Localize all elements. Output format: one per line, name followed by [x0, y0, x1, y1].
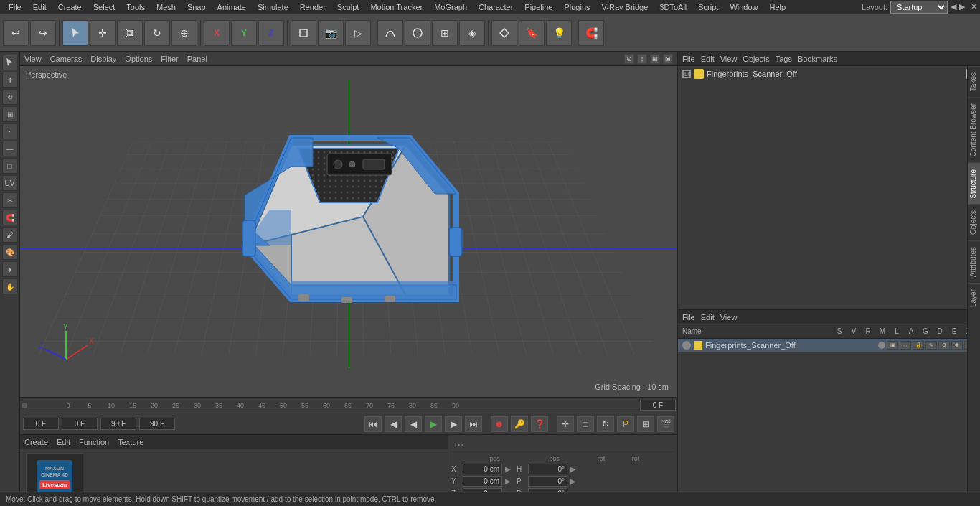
vp-menu-panel[interactable]: Panel	[187, 55, 207, 63]
coord-p-arrow[interactable]: ▶	[570, 477, 576, 485]
undo-button[interactable]: ↩	[3, 20, 29, 46]
select-tool[interactable]	[62, 20, 88, 46]
sidebar-points[interactable]: ·	[2, 123, 18, 139]
viewport-3d[interactable]: Perspective	[20, 66, 677, 397]
tool-btn-1[interactable]: ✛	[557, 416, 574, 432]
sidebar-paint[interactable]: 🎨	[2, 244, 18, 260]
menu-mesh[interactable]: Mesh	[151, 1, 182, 13]
sidebar-knife[interactable]: ✂	[2, 192, 18, 208]
tab-takes[interactable]: Takes	[968, 66, 981, 97]
sidebar-move[interactable]: ✛	[2, 72, 18, 88]
menu-sculpt[interactable]: Sculpt	[331, 1, 365, 13]
obj-menu-edit[interactable]: Edit	[701, 55, 715, 63]
vp-btn-2[interactable]: ↕	[637, 54, 647, 64]
mat-menu-texture[interactable]: Texture	[118, 438, 143, 446]
attr-menu-view[interactable]: View	[720, 313, 738, 322]
layout-arrow-left[interactable]: ◀	[951, 2, 956, 11]
deformer-tool[interactable]	[491, 20, 517, 46]
subdivide-tool[interactable]: ⊞	[432, 20, 458, 46]
mat-menu-function[interactable]: Function	[79, 438, 109, 446]
record-button[interactable]: ⏺	[491, 416, 508, 432]
axis-z[interactable]: Z	[258, 20, 284, 46]
layout-arrow-right[interactable]: ▶	[959, 2, 965, 11]
sidebar-select[interactable]	[2, 55, 18, 70]
motion-path-button[interactable]: ❓	[531, 416, 548, 432]
render-preview-button[interactable]: 🎬	[657, 416, 674, 432]
mat-menu-edit[interactable]: Edit	[57, 438, 70, 446]
attr-object-row[interactable]: Fingerprints_Scanner_Off ▣ ○ 🔒 ✎ ⚙ ✱ ⬡	[678, 339, 980, 352]
tab-layer[interactable]: Layer	[968, 283, 981, 313]
coord-y-arrow[interactable]: ▶	[505, 477, 511, 485]
sidebar-polys[interactable]: □	[2, 158, 18, 174]
axis-y[interactable]: Y	[231, 20, 257, 46]
sidebar-uv[interactable]: UV	[2, 175, 18, 191]
prev-frame-button[interactable]: ◀	[385, 416, 402, 432]
scale-tool[interactable]	[117, 20, 143, 46]
tool-btn-5[interactable]: ⊞	[637, 416, 654, 432]
menu-vray[interactable]: V-Ray Bridge	[596, 1, 654, 13]
start-frame-input[interactable]	[23, 418, 59, 430]
menu-3dtoall[interactable]: 3DToAll	[654, 1, 692, 13]
menu-help[interactable]: Help	[764, 1, 792, 13]
axis-x[interactable]: X	[204, 20, 230, 46]
tab-structure[interactable]: Structure	[968, 163, 981, 205]
menu-select[interactable]: Select	[88, 1, 121, 13]
go-start-button[interactable]: ⏮	[364, 416, 382, 432]
menu-script[interactable]: Script	[692, 1, 724, 13]
end-frame-input-1[interactable]	[100, 418, 136, 430]
obj-menu-objects[interactable]: Objects	[743, 55, 769, 63]
render-tool[interactable]: ▷	[345, 20, 371, 46]
menu-file[interactable]: File	[3, 1, 27, 13]
menu-plugins[interactable]: Plugins	[558, 1, 595, 13]
camera-tool[interactable]: 📷	[318, 20, 344, 46]
attr-menu-file[interactable]: File	[682, 313, 695, 322]
tab-attributes[interactable]: Attributes	[968, 240, 981, 283]
tag-tool[interactable]: 🔖	[519, 20, 545, 46]
sidebar-edges[interactable]: —	[2, 141, 18, 156]
play-forward-button[interactable]: ▶	[425, 416, 442, 432]
light-tool[interactable]: 💡	[546, 20, 572, 46]
end-frame-input-2[interactable]	[139, 418, 175, 430]
redo-button[interactable]: ↪	[30, 20, 56, 46]
vp-menu-filter[interactable]: Filter	[161, 55, 178, 63]
menu-animate[interactable]: Animate	[212, 1, 252, 13]
tab-content-browser[interactable]: Content Browser	[968, 97, 981, 162]
sidebar-magnet[interactable]: 🧲	[2, 210, 18, 225]
coord-x-pos[interactable]	[463, 464, 502, 474]
coord-h-arrow[interactable]: ▶	[570, 465, 576, 473]
move-tool[interactable]: ✛	[90, 20, 116, 46]
coord-y-pos[interactable]	[463, 476, 502, 487]
sidebar-rotate[interactable]: ↻	[2, 89, 18, 105]
tool-btn-2[interactable]: □	[577, 416, 594, 432]
cube-tool[interactable]	[291, 20, 316, 46]
menu-create[interactable]: Create	[52, 1, 88, 13]
transform-tool[interactable]: ⊕	[171, 20, 197, 46]
menu-render[interactable]: Render	[294, 1, 331, 13]
vp-btn-3[interactable]: ⊞	[650, 54, 660, 64]
obj-menu-tags[interactable]: Tags	[776, 55, 792, 63]
mat-menu-create[interactable]: Create	[24, 438, 48, 446]
snap-tool[interactable]: 🧲	[578, 20, 604, 46]
next-frame-button[interactable]: ▶	[445, 416, 462, 432]
vp-menu-display[interactable]: Display	[90, 55, 116, 63]
auto-key-button[interactable]: 🔑	[511, 416, 528, 432]
spline-tool[interactable]	[377, 20, 403, 46]
obj-menu-view[interactable]: View	[720, 55, 738, 63]
coord-p-rot[interactable]	[528, 476, 567, 487]
vp-menu-cameras[interactable]: Cameras	[50, 55, 83, 63]
menu-mograph[interactable]: MoGraph	[428, 1, 473, 13]
layout-dropdown[interactable]: Startup	[890, 1, 948, 14]
menu-tools[interactable]: Tools	[121, 1, 151, 13]
menu-edit[interactable]: Edit	[27, 1, 52, 13]
rotate-tool[interactable]: ↻	[144, 20, 170, 46]
play-back-button[interactable]: ◀	[405, 416, 422, 432]
layout-close[interactable]: ✕	[971, 2, 977, 11]
menu-snap[interactable]: Snap	[182, 1, 212, 13]
vp-menu-options[interactable]: Options	[125, 55, 152, 63]
tool-btn-3[interactable]: ↻	[597, 416, 614, 432]
menu-character[interactable]: Character	[473, 1, 519, 13]
sidebar-scale[interactable]: ⊞	[2, 106, 18, 122]
obj-menu-bookmarks[interactable]: Bookmarks	[798, 55, 837, 63]
current-frame-input[interactable]	[62, 418, 98, 430]
menu-motion-tracker[interactable]: Motion Tracker	[364, 1, 428, 13]
